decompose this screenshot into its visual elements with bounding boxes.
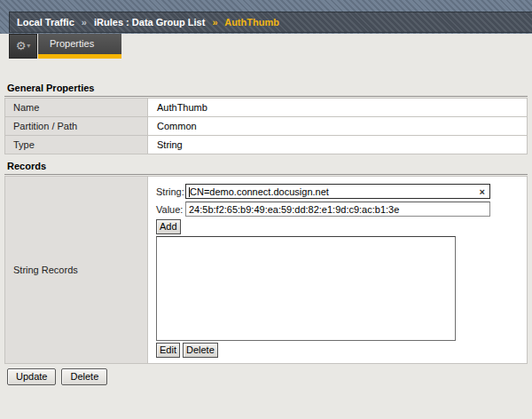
breadcrumb-current-page: AuthThumb <box>224 17 279 28</box>
breadcrumb: Local Traffic » iRules : Data Group List… <box>9 12 532 33</box>
table-row: Type String <box>5 136 528 154</box>
general-properties-heading: General Properties <box>4 83 528 97</box>
string-input[interactable]: CN=demo.connect.docusign.net× <box>185 184 490 199</box>
table-row: Partition / Path Common <box>5 117 528 136</box>
breadcrumb-separator-icon: » <box>82 17 87 28</box>
tab-properties-label: Properties <box>50 38 94 49</box>
string-records-listbox[interactable] <box>156 236 456 341</box>
string-field-label: String: <box>156 186 185 197</box>
name-value: AuthThumb <box>148 99 528 117</box>
delete-record-button[interactable]: Delete <box>183 343 218 358</box>
records-table: String Records String:CN=demo.connect.do… <box>4 176 528 364</box>
general-properties-table: Name AuthThumb Partition / Path Common T… <box>4 98 528 154</box>
breadcrumb-data-group-list[interactable]: iRules : Data Group List <box>94 17 205 28</box>
value-field-label: Value: <box>156 204 185 215</box>
string-records-controls: String:CN=demo.connect.docusign.net× Val… <box>148 177 528 364</box>
string-row: String:CN=demo.connect.docusign.net× <box>156 184 521 199</box>
gear-icon: ⚙ <box>16 39 27 52</box>
breadcrumb-separator-icon: » <box>212 17 217 28</box>
form-actions: UpdateDelete <box>7 368 113 385</box>
clear-icon[interactable]: × <box>480 186 485 198</box>
type-label: Type <box>5 136 148 154</box>
partition-path-value: Common <box>148 117 528 136</box>
breadcrumb-local-traffic[interactable]: Local Traffic <box>17 17 74 28</box>
options-menu-button[interactable]: ⚙▾ <box>9 34 37 59</box>
partition-path-label: Partition / Path <box>5 117 148 136</box>
string-records-label: String Records <box>5 177 148 364</box>
table-row: Name AuthThumb <box>5 99 528 117</box>
value-row: Value:24:5b:f2:65:b9:49:ea:59:dd:82:e1:9… <box>156 202 521 217</box>
type-value: String <box>148 136 528 154</box>
value-input[interactable]: 24:5b:f2:65:b9:49:ea:59:dd:82:e1:9d:c9:a… <box>185 202 490 217</box>
update-button[interactable]: Update <box>7 368 56 385</box>
edit-button[interactable]: Edit <box>156 343 180 358</box>
delete-button[interactable]: Delete <box>61 368 107 385</box>
table-row: String Records String:CN=demo.connect.do… <box>5 177 528 364</box>
name-label: Name <box>5 99 148 117</box>
listbox-buttons: EditDelete <box>156 343 521 358</box>
add-button[interactable]: Add <box>156 219 181 234</box>
chevron-down-icon: ▾ <box>27 42 30 50</box>
tab-properties[interactable]: Properties <box>38 34 121 59</box>
string-input-value: CN=demo.connect.docusign.net <box>190 186 329 197</box>
value-input-value: 24:5b:f2:65:b9:49:ea:59:dd:82:e1:9d:c9:a… <box>189 204 399 215</box>
records-heading: Records <box>4 161 528 175</box>
